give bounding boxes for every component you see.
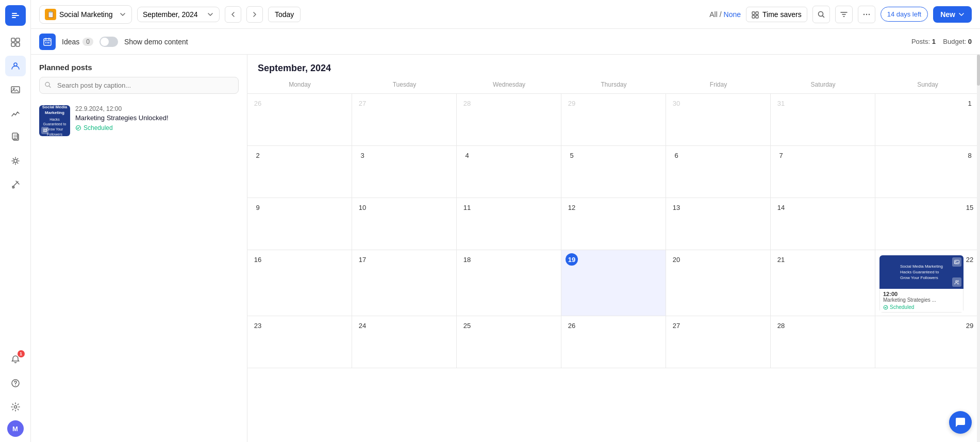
cal-date: 25 (461, 319, 473, 332)
cal-cell-4[interactable]: 4 (457, 146, 561, 198)
time-savers-button[interactable]: Time savers (746, 7, 807, 22)
cal-cell-3[interactable]: 3 (352, 146, 457, 198)
calendar-month-title: September, 2024 (247, 55, 980, 79)
none-label[interactable]: None (724, 10, 741, 19)
post-card-time: 12:00 (883, 291, 960, 297)
cal-cell-25[interactable]: 25 (457, 316, 561, 368)
cal-date: 27 (670, 319, 683, 332)
sidebar-item-tools[interactable] (5, 174, 26, 195)
workspace-selector[interactable]: 📋 Social Marketing (39, 5, 132, 24)
cal-date: 29 (964, 319, 976, 332)
sidebar-item-dashboard[interactable] (5, 32, 26, 53)
cal-cell-26[interactable]: 26 (561, 316, 666, 368)
search-box (39, 77, 239, 94)
cal-date: 14 (775, 201, 787, 214)
cal-cell-8[interactable]: 8 (875, 146, 980, 198)
cal-cell-5[interactable]: 5 (561, 146, 666, 198)
cal-date: 26 (252, 97, 264, 109)
cal-cell-11[interactable]: 11 (457, 198, 561, 250)
cal-cell-29[interactable]: 29 (875, 316, 980, 368)
svg-point-10 (14, 159, 17, 162)
cal-cell-9[interactable]: 9 (247, 198, 352, 250)
cal-cell-20[interactable]: 20 (666, 250, 771, 316)
sidebar-item-ai[interactable] (5, 151, 26, 171)
sidebar-item-analytics[interactable] (5, 103, 26, 124)
post-card-sep22[interactable]: Social Media Marketing Hacks Guaranteed … (879, 255, 964, 313)
svg-rect-1 (11, 38, 15, 42)
ideas-count: 0 (82, 38, 93, 46)
all-label[interactable]: All (709, 10, 718, 19)
cal-cell-10[interactable]: 10 (352, 198, 457, 250)
day-header-sunday: Sunday (875, 79, 980, 90)
cal-date: 30 (670, 97, 683, 109)
cal-date: 17 (356, 253, 369, 266)
trial-badge[interactable]: 14 days left (881, 7, 928, 22)
svg-point-31 (956, 281, 957, 282)
search-input[interactable] (39, 77, 239, 94)
cal-cell-aug26[interactable]: 26 (247, 94, 352, 145)
notifications-button[interactable]: 1 (5, 349, 26, 370)
chat-bubble[interactable] (949, 411, 972, 434)
svg-rect-17 (752, 15, 755, 18)
settings-button[interactable] (5, 397, 26, 417)
cal-cell-22[interactable]: 22 Social Media Marketing Hacks Guarante… (875, 250, 980, 316)
image-icon (952, 257, 961, 267)
cal-cell-7[interactable]: 7 (771, 146, 875, 198)
cal-cell-18[interactable]: 18 (457, 250, 561, 316)
cal-cell-28[interactable]: 28 (771, 316, 875, 368)
sidebar-item-images[interactable] (5, 79, 26, 100)
workspace-name: Social Marketing (59, 10, 116, 19)
help-button[interactable] (5, 373, 26, 394)
svg-rect-25 (47, 42, 48, 43)
prev-month-button[interactable] (225, 6, 241, 23)
new-button[interactable]: New (933, 6, 972, 23)
cal-date: 13 (670, 201, 683, 214)
cal-cell-aug29[interactable]: 29 (561, 94, 666, 145)
cal-date: 2 (252, 149, 264, 161)
post-card-image: Social Media Marketing Hacks Guaranteed … (879, 255, 964, 289)
content-area: Planned posts Social Media Marketing Hac… (31, 55, 980, 442)
scrollbar-thumb[interactable] (977, 55, 980, 86)
user-avatar[interactable]: M (7, 420, 24, 437)
calendar-view-icon[interactable] (39, 34, 56, 50)
cal-date: 23 (252, 319, 264, 332)
cal-cell-19[interactable]: 19 (561, 250, 666, 316)
cal-cell-aug30[interactable]: 30 (666, 94, 771, 145)
cal-cell-sep1[interactable]: 1 (875, 94, 980, 145)
more-options-button[interactable] (858, 6, 875, 23)
calendar-week-4: 16 17 18 19 20 21 22 Social Media Market (247, 250, 980, 316)
sidebar-item-profile[interactable] (5, 56, 26, 76)
filter-button[interactable] (835, 6, 853, 23)
workspace-icon: 📋 (45, 9, 56, 20)
cal-cell-12[interactable]: 12 (561, 198, 666, 250)
post-date: 22.9.2024, 12:00 (75, 105, 239, 112)
cal-cell-aug28[interactable]: 28 (457, 94, 561, 145)
cal-date: 27 (356, 97, 369, 109)
cal-cell-14[interactable]: 14 (771, 198, 875, 250)
sidebar-item-copy[interactable] (5, 127, 26, 148)
show-demo-toggle[interactable] (99, 37, 118, 47)
main-area: 📋 Social Marketing September, 2024 Today (31, 0, 980, 442)
post-item[interactable]: Social Media Marketing Hacks Guaranteed … (31, 100, 247, 141)
posts-label: Posts: (911, 38, 930, 45)
cal-cell-6[interactable]: 6 (666, 146, 771, 198)
cal-cell-aug27[interactable]: 27 (352, 94, 457, 145)
cal-cell-13[interactable]: 13 (666, 198, 771, 250)
cal-cell-aug31[interactable]: 31 (771, 94, 875, 145)
search-button[interactable] (812, 6, 830, 23)
app-logo[interactable] (5, 5, 26, 26)
next-month-button[interactable] (246, 6, 263, 23)
cal-cell-23[interactable]: 23 (247, 316, 352, 368)
cal-date: 31 (775, 97, 787, 109)
sub-header: Ideas 0 Show demo content Posts: 1 Budge… (31, 29, 980, 55)
date-selector[interactable]: September, 2024 (137, 7, 220, 22)
cal-cell-16[interactable]: 16 (247, 250, 352, 316)
cal-cell-17[interactable]: 17 (352, 250, 457, 316)
cal-cell-2[interactable]: 2 (247, 146, 352, 198)
today-button[interactable]: Today (268, 7, 301, 22)
cal-cell-24[interactable]: 24 (352, 316, 457, 368)
cal-cell-21[interactable]: 21 (771, 250, 875, 316)
cal-cell-27[interactable]: 27 (666, 316, 771, 368)
cal-cell-15[interactable]: 15 (875, 198, 980, 250)
new-dropdown-icon (958, 11, 965, 18)
